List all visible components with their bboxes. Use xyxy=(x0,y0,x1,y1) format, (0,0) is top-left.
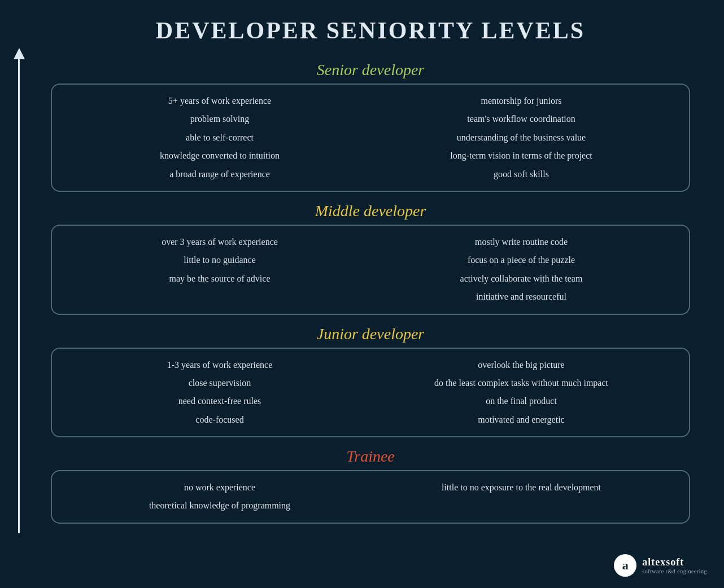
level-col-left-trainee: no work experiencetheoretical knowledge … xyxy=(69,481,370,512)
level-col-left-senior: 5+ years of work experienceproblem solvi… xyxy=(69,95,370,181)
level-item-junior-right-0: overlook the big picture xyxy=(478,359,564,371)
level-col-left-middle: over 3 years of work experiencelittle to… xyxy=(69,236,370,304)
level-item-senior-right-2: understanding of the business value xyxy=(457,131,586,144)
level-item-trainee-left-0: no work experience xyxy=(184,481,255,494)
level-section-middle: Middle developerover 3 years of work exp… xyxy=(51,202,690,315)
level-item-middle-right-2: actively collaborate with the team xyxy=(460,273,583,285)
level-item-senior-left-1: problem solving xyxy=(190,113,249,125)
level-item-senior-right-4: good soft skills xyxy=(494,168,549,181)
level-item-junior-right-2: on the final product xyxy=(486,395,557,407)
level-col-right-junior: overlook the big picturedo the least com… xyxy=(370,359,672,427)
logo-area: a altexsoft software r&d engineering xyxy=(614,554,707,577)
level-item-senior-left-0: 5+ years of work experience xyxy=(168,95,271,107)
level-item-middle-left-1: little to no guidance xyxy=(184,254,256,266)
level-item-junior-right-1: do the least complex tasks without much … xyxy=(434,377,608,389)
level-box-trainee: no work experiencetheoretical knowledge … xyxy=(51,470,690,524)
level-item-trainee-left-1: theoretical knowledge of programming xyxy=(149,499,290,512)
logo-name: altexsoft xyxy=(642,556,707,568)
level-item-middle-left-0: over 3 years of work experience xyxy=(162,236,278,248)
level-item-middle-left-2: may be the source of advice xyxy=(169,273,270,285)
level-item-senior-left-3: knowledge converted to intuition xyxy=(160,150,280,162)
level-title-junior: Junior developer xyxy=(51,325,690,343)
arrow-line xyxy=(18,59,20,533)
level-section-trainee: Traineeno work experiencetheoretical kno… xyxy=(51,447,690,524)
level-item-middle-right-3: initiative and resourceful xyxy=(476,291,566,303)
level-item-senior-right-1: team's workflow coordination xyxy=(467,113,575,125)
seniority-arrow xyxy=(18,59,20,550)
levels-container: Senior developer5+ years of work experie… xyxy=(51,61,690,524)
page-wrapper: DEVELOPER SENIORITY LEVELS Senior develo… xyxy=(0,0,724,588)
level-section-senior: Senior developer5+ years of work experie… xyxy=(51,61,690,192)
level-col-right-trainee: little to no exposure to the real develo… xyxy=(370,481,672,512)
level-box-middle: over 3 years of work experiencelittle to… xyxy=(51,225,690,315)
level-col-left-junior: 1-3 years of work experienceclose superv… xyxy=(69,359,370,427)
level-title-middle: Middle developer xyxy=(51,202,690,220)
level-item-junior-right-3: motivated and energetic xyxy=(478,414,564,426)
level-col-right-middle: mostly write routine codefocus on a piec… xyxy=(370,236,672,304)
level-box-senior: 5+ years of work experienceproblem solvi… xyxy=(51,84,690,192)
level-item-junior-left-2: need context-free rules xyxy=(178,395,261,407)
level-col-right-senior: mentorship for juniorsteam's workflow co… xyxy=(370,95,672,181)
level-item-senior-left-4: a broad range of experience xyxy=(169,168,270,181)
level-title-senior: Senior developer xyxy=(51,61,690,79)
level-item-junior-left-1: close supervision xyxy=(189,377,251,389)
level-item-junior-left-0: 1-3 years of work experience xyxy=(167,359,273,371)
level-title-trainee: Trainee xyxy=(51,447,690,466)
level-item-senior-right-3: long-term vision in terms of the project xyxy=(450,150,592,162)
level-item-junior-left-3: code-focused xyxy=(195,414,243,426)
level-item-middle-right-1: focus on a piece of the puzzle xyxy=(468,254,575,266)
level-item-middle-right-0: mostly write routine code xyxy=(475,236,568,248)
level-item-trainee-right-0: little to no exposure to the real develo… xyxy=(442,481,601,494)
level-item-senior-right-0: mentorship for juniors xyxy=(481,95,561,107)
level-section-junior: Junior developer1-3 years of work experi… xyxy=(51,325,690,438)
level-item-senior-left-2: able to self-correct xyxy=(186,131,254,144)
logo-icon: a xyxy=(614,554,636,577)
page-title: DEVELOPER SENIORITY LEVELS xyxy=(51,17,690,44)
arrow-head xyxy=(14,48,25,59)
level-box-junior: 1-3 years of work experienceclose superv… xyxy=(51,348,690,438)
logo-subtitle: software r&d engineering xyxy=(642,568,707,574)
logo-text: altexsoft software r&d engineering xyxy=(642,556,707,574)
